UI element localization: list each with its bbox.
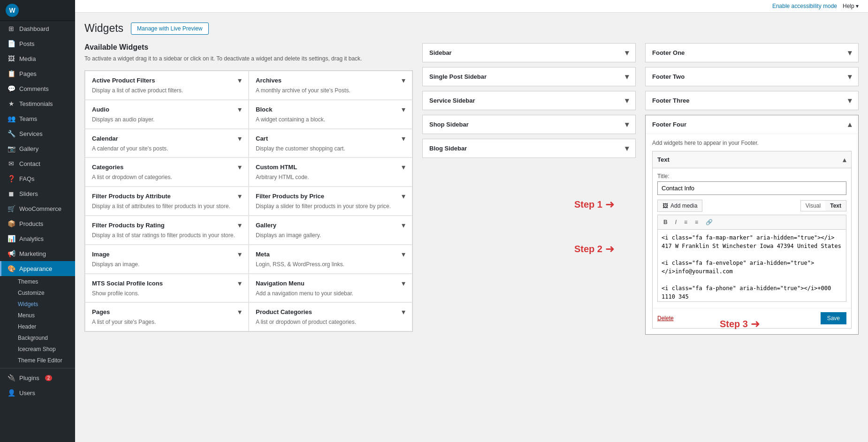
add-media-button[interactable]: 🖼 Add media <box>657 200 702 212</box>
widget-expand-button[interactable]: ▾ <box>238 250 242 259</box>
sidebar-panel-header[interactable]: Single Post Sidebar ▾ <box>423 67 635 86</box>
widget-item[interactable]: Product Categories ▾ A list or dropdown … <box>249 302 412 331</box>
widget-expand-button[interactable]: ▾ <box>238 192 242 201</box>
widget-item[interactable]: Meta ▾ Login, RSS, & WordPress.org links… <box>249 245 412 274</box>
widget-desc: Displays an audio player. <box>92 116 242 124</box>
sidebar-sub-widgets[interactable]: Widgets <box>0 299 75 310</box>
sidebar-item-media[interactable]: 🖼 Media <box>0 51 75 66</box>
save-button[interactable]: Save <box>821 312 846 324</box>
link-button[interactable]: 🔗 <box>703 217 716 227</box>
sidebar-sub-theme-file-editor[interactable]: Theme File Editor <box>0 355 75 366</box>
widget-expand-button[interactable]: ▾ <box>238 221 242 230</box>
widget-expand-button[interactable]: ▾ <box>238 307 242 316</box>
widget-expand-button[interactable]: ▾ <box>402 134 405 143</box>
delete-button[interactable]: Delete <box>657 315 674 322</box>
sidebar-item-pages[interactable]: 📋 Pages <box>0 66 75 81</box>
sidebar-panel-header[interactable]: Service Sidebar ▾ <box>423 91 635 110</box>
sidebar-sub-themes[interactable]: Themes <box>0 276 75 287</box>
live-preview-button[interactable]: Manage with Live Preview <box>131 22 208 35</box>
widget-expand-button[interactable]: ▾ <box>402 192 405 201</box>
title-field[interactable] <box>657 181 846 195</box>
widget-desc: Displays an image gallery. <box>256 232 405 240</box>
sidebar-sub-header[interactable]: Header <box>0 321 75 332</box>
ordered-list-button[interactable]: ≡ <box>692 217 701 227</box>
widget-desc: A widget containing a block. <box>256 116 405 124</box>
widget-expand-button[interactable]: ▾ <box>402 250 405 259</box>
sidebar-item-faqs[interactable]: ❓ FAQs <box>0 171 75 186</box>
sidebar-panel-header[interactable]: Sidebar ▾ <box>423 44 635 62</box>
widget-expand-button[interactable]: ▾ <box>238 105 242 114</box>
widget-item[interactable]: Archives ▾ A monthly archive of your sit… <box>249 71 412 100</box>
widget-expand-button[interactable]: ▾ <box>238 134 242 143</box>
sidebar-item-sliders[interactable]: ◼ Sliders <box>0 186 75 201</box>
sidebar-item-gallery[interactable]: 📷 Gallery <box>0 141 75 156</box>
sidebar-item-posts[interactable]: 📄 Posts <box>0 36 75 51</box>
widget-item[interactable]: MTS Social Profile Icons ▾ Show profile … <box>85 274 249 303</box>
sidebar-item-services[interactable]: 🔧 Services <box>0 126 75 141</box>
widget-expand-button[interactable]: ▾ <box>238 279 242 288</box>
right-panel: Sidebar ▾ Single Post Sidebar ▾ Service … <box>422 43 859 339</box>
text-widget-header[interactable]: Text ▴ <box>653 151 851 168</box>
sidebar-item-products[interactable]: 📦 Products <box>0 216 75 231</box>
footer-panel-header[interactable]: Footer Two ▾ <box>646 67 858 86</box>
widget-item[interactable]: Filter Products by Rating ▾ Display a li… <box>85 216 249 245</box>
sidebar-panel-header[interactable]: Shop Sidebar ▾ <box>423 115 635 134</box>
sidebar-item-appearance[interactable]: 🎨 Appearance <box>0 261 75 276</box>
unordered-list-button[interactable]: ≡ <box>681 217 690 227</box>
sidebar-item-comments[interactable]: 💬 Comments <box>0 81 75 96</box>
widget-item[interactable]: Active Product Filters ▾ Display a list … <box>85 71 249 100</box>
text-tab[interactable]: Text <box>825 201 846 211</box>
widget-item[interactable]: Block ▾ A widget containing a block. <box>249 100 412 129</box>
widget-expand-button[interactable]: ▾ <box>402 221 405 230</box>
sidebar-item-marketing[interactable]: 📢 Marketing <box>0 246 75 261</box>
widget-textarea[interactable]: <i class="fa fa-map-marker" aria-hidden=… <box>657 229 846 302</box>
sidebar-item-contact[interactable]: ✉ Contact <box>0 156 75 171</box>
bold-button[interactable]: B <box>661 217 670 227</box>
widget-item[interactable]: Pages ▾ A list of your site's Pages. <box>85 302 249 331</box>
footer-panel-name: Footer Three <box>652 97 689 104</box>
widget-expand-button[interactable]: ▾ <box>402 307 405 316</box>
sidebar-sub-background[interactable]: Background <box>0 332 75 344</box>
footer-panel-header[interactable]: Footer Four ▴ <box>646 115 858 134</box>
sidebar-sub-icecream-shop[interactable]: Icecream Shop <box>0 344 75 355</box>
footer-panel-header[interactable]: Footer Three ▾ <box>646 91 858 110</box>
sidebar-panel-name: Single Post Sidebar <box>429 73 487 80</box>
sidebar-item-users[interactable]: 👤 Users <box>0 385 75 400</box>
widget-item[interactable]: Audio ▾ Displays an audio player. <box>85 100 249 129</box>
text-widget-expand[interactable]: ▴ <box>843 155 846 164</box>
sidebar-item-analytics[interactable]: 📊 Analytics <box>0 231 75 246</box>
page-title-row: Widgets Manage with Live Preview <box>84 22 859 35</box>
visual-tab[interactable]: Visual <box>801 201 825 211</box>
help-button[interactable]: Help ▾ <box>843 3 859 9</box>
sidebar-panel-header[interactable]: Blog Sidebar ▾ <box>423 139 635 157</box>
sidebar-item-dashboard[interactable]: ⊞ Dashboard <box>0 21 75 36</box>
footer-panel-header[interactable]: Footer One ▾ <box>646 44 858 62</box>
widget-item[interactable]: Image ▾ Displays an image. <box>85 245 249 274</box>
widget-item[interactable]: Calendar ▾ A calendar of your site's pos… <box>85 129 249 158</box>
widget-item[interactable]: Gallery ▾ Displays an image gallery. <box>249 216 412 245</box>
widget-item[interactable]: Categories ▾ A list or dropdown of categ… <box>85 157 249 187</box>
widget-expand-button[interactable]: ▾ <box>402 76 405 85</box>
widget-name: Filter Products by Rating <box>92 222 165 229</box>
italic-button[interactable]: I <box>672 217 679 227</box>
analytics-icon: 📊 <box>7 235 15 242</box>
widget-item[interactable]: Filter Products by Attribute ▾ Display a… <box>85 187 249 216</box>
sidebar-sub-menus[interactable]: Menus <box>0 310 75 321</box>
sidebar-item-label: Sliders <box>19 190 38 197</box>
sidebar-item-woocommerce[interactable]: 🛒 WooCommerce <box>0 201 75 216</box>
widget-item[interactable]: Navigation Menu ▾ Add a navigation menu … <box>249 274 412 303</box>
widget-name: Calendar <box>92 135 118 142</box>
widget-expand-button[interactable]: ▾ <box>238 163 242 172</box>
widget-expand-button[interactable]: ▾ <box>402 105 405 114</box>
sidebar-sub-customize[interactable]: Customize <box>0 287 75 299</box>
widget-item[interactable]: Filter Products by Price ▾ Display a sli… <box>249 187 412 216</box>
sidebar-item-plugins[interactable]: 🔌 Plugins 2 <box>0 370 75 385</box>
widget-expand-button[interactable]: ▾ <box>238 76 242 85</box>
widget-item[interactable]: Custom HTML ▾ Arbitrary HTML code. <box>249 157 412 187</box>
widget-item[interactable]: Cart ▾ Display the customer shopping car… <box>249 129 412 158</box>
sidebar-item-testimonials[interactable]: ★ Testimonials <box>0 96 75 111</box>
sidebar-item-teams[interactable]: 👥 Teams <box>0 111 75 126</box>
widget-expand-button[interactable]: ▾ <box>402 279 405 288</box>
widget-expand-button[interactable]: ▾ <box>402 163 405 172</box>
accessibility-mode-link[interactable]: Enable accessibility mode <box>772 3 837 9</box>
